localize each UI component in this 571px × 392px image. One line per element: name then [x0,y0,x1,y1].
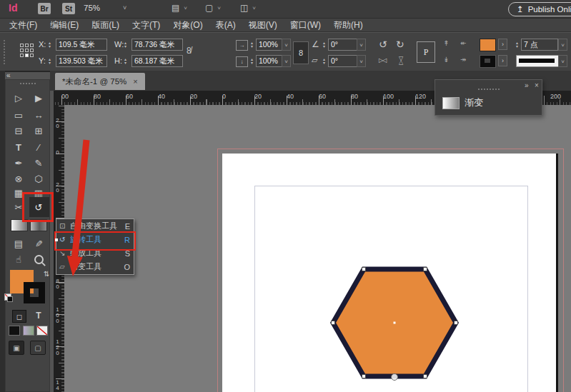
menu-edit[interactable]: 编辑(E) [44,19,85,31]
select-container-icon[interactable]: ↟ [443,39,449,47]
eyedropper-tool[interactable]: ✎ [30,236,47,251]
rotation-dropdown[interactable]: ˅ [357,39,366,51]
menu-help[interactable]: 帮助(H) [327,19,369,31]
shear-input[interactable]: 0° [328,55,358,67]
selection-tool[interactable]: ▶ [30,91,47,105]
zoom-level-value[interactable]: 75% [84,4,100,12]
note-tool[interactable]: ▤ [10,236,27,251]
y-input[interactable]: 139.503 毫米 [56,55,107,67]
rotate-ccw-button[interactable]: ↺ [379,39,387,50]
menu-view[interactable]: 视图(V) [242,19,284,31]
publish-online-button[interactable]: ↥ Publish Online [508,2,571,16]
select-previous-object-icon[interactable]: ↞ [460,39,466,47]
scale-x-dropdown[interactable]: ˅ [282,39,291,51]
scale-y-stepper[interactable]: ▴▾ [249,55,255,67]
polygon-tool[interactable]: ⬡ [30,171,47,186]
zoom-dropdown-chevron-icon[interactable]: ˅ [123,4,126,11]
select-content-icon[interactable]: ↡ [443,56,449,64]
ref-point-selected[interactable] [25,54,29,57]
ref-point[interactable] [25,44,29,47]
w-stepper[interactable]: ▴▾ [122,39,129,51]
preview-mode-button[interactable]: ▢ [30,341,46,355]
fill-options-button[interactable]: › [498,39,507,50]
menu-file[interactable]: 文件(F) [3,19,44,31]
ref-point[interactable] [30,44,34,47]
scale-y-dropdown[interactable]: ˅ [282,55,291,67]
scale-x-input[interactable]: 100% [256,39,283,51]
ref-point[interactable] [20,54,24,57]
arrange-documents-dropdown[interactable]: ◫ ˅ [240,3,256,13]
screen-mode-dropdown[interactable]: ▢ ˅ [205,3,221,13]
ref-point[interactable] [20,44,24,47]
menu-type[interactable]: 文字(T) [126,19,167,31]
center-point[interactable] [394,322,396,324]
ref-point[interactable] [30,49,34,52]
document-tab[interactable]: *未命名-1 @ 75% × [55,73,145,90]
ref-point[interactable] [30,54,34,57]
pasteboard[interactable] [64,105,571,392]
stroke-color-swatch[interactable] [480,55,496,68]
gap-tool[interactable]: ↔ [30,108,47,122]
menu-window[interactable]: 窗口(W) [284,19,327,31]
rotation-input[interactable]: 0° [328,39,358,51]
gradient-preview-swatch[interactable] [442,97,460,109]
stroke-weight-dropdown[interactable]: ˅ [558,39,567,51]
normal-view-mode-button[interactable]: ▣ [9,341,24,355]
menu-layout[interactable]: 版面(L) [85,19,126,31]
content-collector-tool[interactable]: ⊟ [10,124,27,138]
fill-color-swatch[interactable] [480,39,496,51]
rotate-cw-button[interactable]: ↻ [396,39,404,50]
shear-stepper[interactable]: ▴▾ [321,55,327,67]
h-input[interactable]: 68.187 毫米 [131,55,183,67]
zoom-tool[interactable] [30,252,47,266]
stroke-type-preview[interactable] [516,55,559,67]
pencil-tool[interactable]: ✎ [30,156,47,170]
view-options-dropdown[interactable]: ▤ ˅ [172,3,187,13]
menu-object[interactable]: 对象(O) [167,19,209,31]
panel-close-icon[interactable]: × [535,81,539,89]
panel-gripper[interactable] [4,40,5,64]
ref-point[interactable] [20,49,24,52]
panel-menu-icon[interactable]: » [525,81,529,89]
stroke-weight-stepper[interactable]: ▴▾ [514,39,520,51]
pen-tool[interactable]: ✒ [10,156,27,170]
direct-selection-tool[interactable]: ▷ [10,91,27,105]
stroke-options-button[interactable]: › [498,55,507,66]
swap-fill-stroke-icon[interactable]: ⇅ [44,270,49,278]
transform-reference-widget[interactable] [392,374,398,381]
stroke-color-control[interactable] [24,282,45,303]
close-tab-icon[interactable]: × [133,77,137,86]
apply-none-button[interactable] [36,326,48,336]
apply-color-button[interactable] [9,326,20,336]
stroke-weight-input[interactable]: 7 点 [521,39,558,51]
stroke-type-dropdown[interactable]: ˅ [558,55,567,67]
rotation-stepper[interactable]: ▴▾ [321,39,327,51]
content-placer-tool[interactable]: ⊞ [30,124,47,138]
bridge-button[interactable]: Br [38,3,51,14]
reference-point-proxy[interactable] [20,44,34,57]
default-fill-stroke-icon[interactable] [4,293,11,301]
shear-dropdown[interactable]: ˅ [357,55,366,67]
scale-y-input[interactable]: 100% [256,55,283,67]
scale-x-stepper[interactable]: ▴▾ [249,39,255,51]
formatting-affects-text-button[interactable]: T [32,310,45,321]
flip-vertical-button[interactable]: ▷◁ [398,56,404,64]
line-tool[interactable]: ∕ [30,140,47,154]
constrain-scale-link-icon[interactable]: 8 [293,41,309,64]
hexagon-shape[interactable] [327,263,462,382]
x-input[interactable]: 109.5 毫米 [56,39,107,51]
stock-button[interactable]: St [62,3,75,14]
menu-table[interactable]: 表(A) [209,19,242,31]
w-input[interactable]: 78.736 毫米 [131,39,183,51]
y-stepper[interactable]: ▴▾ [46,55,53,67]
toolbar-gripper[interactable] [20,83,36,84]
flip-horizontal-button[interactable]: ▷◁ [379,57,386,64]
collapse-panels-icon[interactable]: « [6,71,11,79]
ref-point[interactable] [25,49,29,52]
apply-gradient-button[interactable] [23,326,34,336]
type-tool[interactable]: T [10,140,27,154]
constrain-dimensions-link-icon[interactable]: 8̸ [187,46,192,56]
formatting-affects-container-button[interactable]: ◻ [12,310,26,323]
h-stepper[interactable]: ▴▾ [122,55,129,67]
hand-tool[interactable]: ☝ [10,252,27,266]
